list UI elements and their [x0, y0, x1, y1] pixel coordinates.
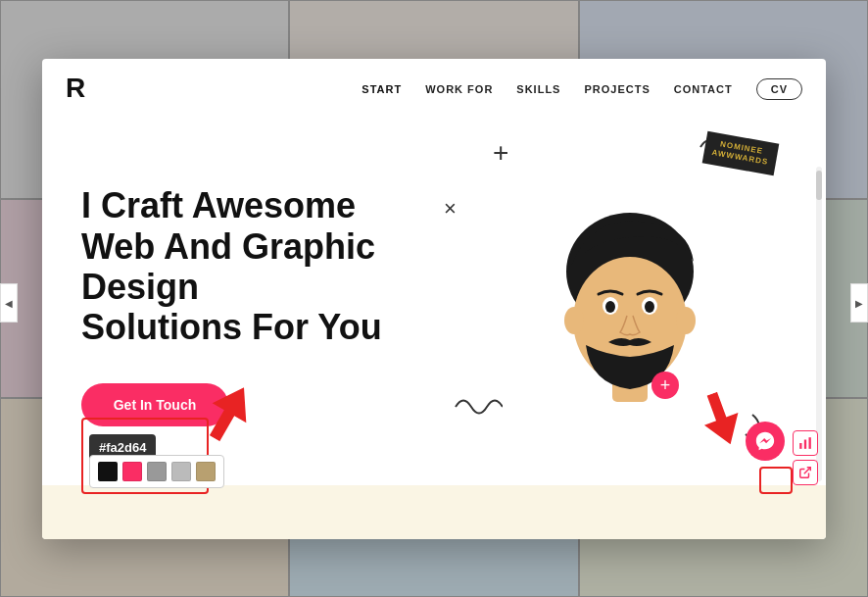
- nav-item-workfor[interactable]: WORK FOR: [425, 79, 493, 97]
- nav-item-projects[interactable]: PROJECTS: [584, 79, 650, 97]
- plus-circle-button[interactable]: +: [651, 372, 679, 399]
- nominee-badge: NOMINEE AWWWARDS: [701, 130, 779, 174]
- color-swatches: [89, 455, 224, 488]
- nav-links: START WORK FOR SKILLS PROJECTS CONTACT C…: [362, 79, 802, 97]
- swatch-lightgray[interactable]: [171, 462, 191, 481]
- scrollbar-thumb: [816, 171, 822, 200]
- nav-item-skills[interactable]: SKILLS: [516, 79, 560, 97]
- nav-link-start[interactable]: START: [362, 83, 402, 95]
- svg-line-14: [804, 467, 810, 473]
- svg-point-6: [605, 301, 615, 313]
- scroll-left-button[interactable]: ◀: [0, 283, 18, 323]
- bottom-toolbar: [793, 430, 818, 485]
- modal-overlay: R START WORK FOR SKILLS PROJECTS CONTACT…: [0, 0, 868, 597]
- svg-rect-12: [804, 439, 806, 448]
- nav-item-contact[interactable]: CONTACT: [674, 79, 733, 97]
- svg-point-3: [676, 307, 696, 334]
- nav-link-workfor[interactable]: WORK FOR: [425, 83, 493, 95]
- svg-point-8: [645, 301, 654, 313]
- hero-title: I Craft Awesome Web And Graphic Design S…: [81, 185, 473, 348]
- svg-point-2: [564, 307, 584, 334]
- nav-link-cv[interactable]: CV: [756, 78, 802, 100]
- swatch-black[interactable]: [98, 462, 118, 481]
- nav-logo: R: [66, 73, 85, 104]
- x-decoration: ×: [444, 196, 457, 222]
- nav-item-start[interactable]: START: [362, 79, 402, 97]
- nav-item-cv[interactable]: CV: [756, 79, 802, 97]
- messenger-button[interactable]: [746, 422, 785, 461]
- svg-rect-11: [799, 443, 801, 449]
- plus-decoration: +: [493, 137, 508, 169]
- svg-rect-13: [809, 437, 811, 449]
- nav-link-skills[interactable]: SKILLS: [516, 83, 560, 95]
- swatch-tan[interactable]: [196, 462, 216, 481]
- modal: R START WORK FOR SKILLS PROJECTS CONTACT…: [42, 59, 826, 539]
- nav-link-contact[interactable]: CONTACT: [674, 83, 733, 95]
- annotation-box-right: [759, 467, 793, 494]
- swatch-pink[interactable]: [122, 462, 142, 481]
- external-link-icon-button[interactable]: [793, 460, 818, 485]
- analytics-icon-button[interactable]: [793, 430, 818, 456]
- swatch-gray[interactable]: [147, 462, 167, 481]
- nav-link-projects[interactable]: PROJECTS: [584, 83, 650, 95]
- navbar: R START WORK FOR SKILLS PROJECTS CONTACT…: [42, 59, 826, 118]
- scroll-right-button[interactable]: ▶: [850, 283, 868, 323]
- svg-marker-10: [696, 387, 747, 450]
- avatar-illustration: +: [542, 193, 718, 409]
- squiggle-decoration-2: [454, 392, 503, 426]
